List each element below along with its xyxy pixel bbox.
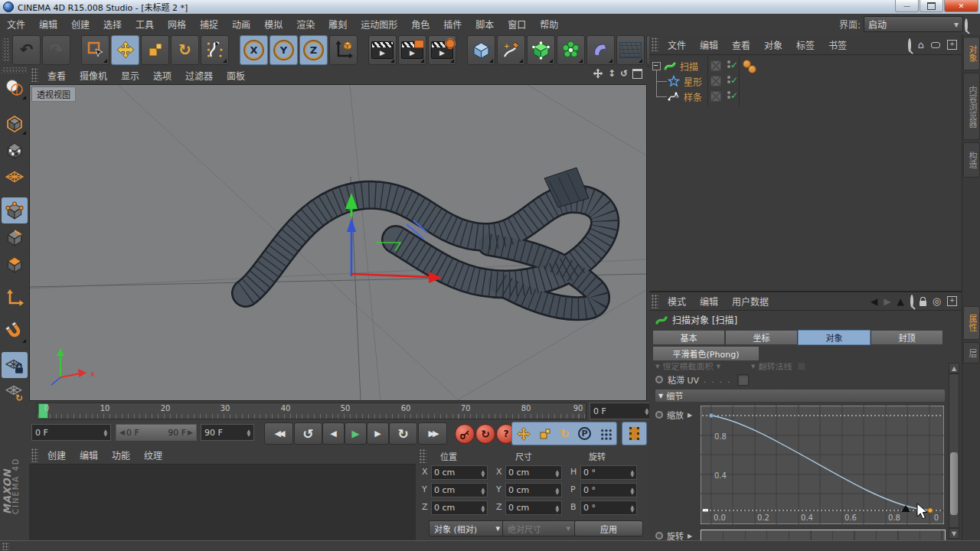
menu-snap[interactable]: 捕捉: [193, 18, 225, 31]
side-tab-objects[interactable]: 对象: [963, 37, 980, 70]
om-menu-object[interactable]: 对象: [757, 38, 789, 51]
add-environment-button[interactable]: [616, 35, 645, 65]
goto-end-button[interactable]: ▶▶: [418, 422, 447, 445]
menu-create[interactable]: 创建: [64, 18, 96, 31]
menu-simulate[interactable]: 模拟: [257, 18, 289, 31]
polygons-mode-button[interactable]: [2, 251, 28, 277]
tab-coordinates[interactable]: 坐标: [725, 330, 798, 345]
vp-menu-display[interactable]: 显示: [114, 69, 146, 82]
model-mode-button[interactable]: [2, 110, 28, 136]
maximize-button[interactable]: [920, 0, 943, 12]
vp-menu-view[interactable]: 查看: [41, 69, 73, 82]
live-selection-button[interactable]: [81, 35, 109, 65]
mat-menu-create[interactable]: 创建: [41, 448, 73, 461]
details-section-header[interactable]: ▼ 细节: [655, 390, 945, 402]
enable-check[interactable]: ✓: [730, 60, 738, 70]
snap-magnet-button[interactable]: [2, 318, 28, 344]
rot-h-field[interactable]: 0 °▲▼: [580, 465, 637, 480]
toggle-view-icon[interactable]: [632, 69, 642, 79]
add-spline-button[interactable]: +: [497, 35, 525, 65]
render-settings-button[interactable]: ▶: [428, 35, 456, 65]
rotation-curve-graph[interactable]: [701, 530, 946, 540]
edges-mode-button[interactable]: [2, 224, 28, 250]
am-menu-mode[interactable]: 模式: [661, 295, 693, 308]
am-menu-edit[interactable]: 编辑: [693, 295, 725, 308]
play-button[interactable]: ▶: [345, 422, 367, 445]
menu-mesh[interactable]: 网格: [161, 18, 193, 31]
toolbar-grip[interactable]: [2, 38, 9, 61]
axis-mode-button[interactable]: [2, 285, 28, 311]
current-frame-field[interactable]: 0 F ▲▼: [590, 403, 652, 419]
search-icon[interactable]: [965, 20, 968, 31]
am-grip[interactable]: [652, 295, 658, 308]
object-name[interactable]: 样条: [684, 90, 702, 103]
pos-x-field[interactable]: 0 cm▲▼: [431, 465, 488, 480]
next-frame-button[interactable]: ▶: [367, 422, 389, 445]
layer-square[interactable]: [710, 60, 721, 71]
timeline-window-button[interactable]: [622, 422, 647, 445]
key-scale-toggle[interactable]: [539, 428, 551, 440]
curve-point-end[interactable]: [928, 508, 933, 513]
om-menu-file[interactable]: 文件: [661, 38, 693, 51]
size-z-field[interactable]: 0 cm▲▼: [505, 500, 562, 515]
apply-button[interactable]: 应用: [574, 520, 643, 536]
anim-dot-icon[interactable]: [655, 411, 663, 419]
menu-render[interactable]: 渲染: [289, 18, 322, 31]
rot-b-field[interactable]: 0 °▲▼: [580, 500, 637, 515]
curve-left-handle[interactable]: [703, 509, 708, 512]
autokey-button[interactable]: ↻: [475, 424, 495, 444]
om-menu-tags[interactable]: 标签: [789, 38, 822, 51]
material-menu-grip[interactable]: [31, 448, 38, 462]
goto-start-button[interactable]: ◀◀: [264, 422, 293, 445]
scroll-up-button[interactable]: ▲: [949, 363, 959, 373]
lock-z-axis-button[interactable]: Z: [299, 35, 328, 65]
object-name[interactable]: 星形: [684, 75, 702, 88]
start-frame-field[interactable]: 0 F ▲▼: [31, 424, 111, 441]
flip-normals-checkbox[interactable]: [796, 363, 805, 370]
add-primitive-button[interactable]: [467, 35, 495, 65]
add-generator-button[interactable]: [527, 35, 555, 65]
mat-menu-function[interactable]: 功能: [105, 448, 137, 461]
mode-toolbar-grip[interactable]: [2, 67, 28, 73]
menu-animate[interactable]: 动画: [225, 18, 257, 31]
undo-button[interactable]: ↶: [12, 35, 41, 65]
zoom-view-icon[interactable]: ↕: [608, 68, 616, 79]
menu-select[interactable]: 选择: [96, 18, 129, 31]
am-search-icon[interactable]: [910, 296, 913, 306]
size-mode-dropdown[interactable]: 绝对尺寸▾: [502, 520, 576, 536]
om-grip[interactable]: [652, 37, 658, 51]
scale-label[interactable]: 缩放: [667, 409, 684, 421]
constant-cross-section-label[interactable]: 恒定横截面积: [663, 363, 714, 372]
menu-tools[interactable]: 工具: [129, 18, 161, 31]
status-grip[interactable]: [2, 543, 9, 550]
redo-button[interactable]: ↷: [42, 35, 70, 65]
viewport-canvas[interactable]: x: [30, 85, 646, 400]
menu-help[interactable]: 帮助: [533, 18, 565, 31]
align-workplane-button[interactable]: ↻: [2, 379, 28, 405]
layer-square[interactable]: [710, 91, 721, 102]
am-menu-userdata[interactable]: 用户数据: [725, 295, 776, 308]
flip-normals-label[interactable]: 翻转法线: [759, 363, 792, 372]
collapse-toggle[interactable]: [652, 62, 661, 70]
coordinate-system-button[interactable]: [329, 35, 358, 65]
lock-y-axis-button[interactable]: Y: [270, 35, 298, 65]
next-key-button[interactable]: ↻: [389, 422, 417, 445]
menu-script[interactable]: 脚本: [469, 18, 501, 31]
view-label[interactable]: 透视视图: [31, 86, 76, 102]
coords-grip[interactable]: [420, 449, 426, 463]
scale-tool-button[interactable]: [141, 35, 169, 65]
om-menu-bookmarks[interactable]: 书签: [822, 38, 854, 51]
make-editable-button[interactable]: [2, 75, 28, 101]
pan-view-icon[interactable]: [593, 68, 603, 79]
object-row-sweep[interactable]: 扫描: [652, 58, 959, 73]
timeline-ruler[interactable]: 0 10 20 30 40 50 60 70 80 90 0 F ▲▼: [29, 401, 647, 420]
menu-edit[interactable]: 编辑: [32, 18, 64, 31]
tag-dot[interactable]: [748, 65, 756, 73]
menu-mograph[interactable]: 运动图形: [354, 18, 404, 31]
lock-x-axis-button[interactable]: X: [240, 35, 268, 65]
tab-basic[interactable]: 基本: [652, 330, 725, 345]
vp-menu-camera[interactable]: 摄像机: [73, 69, 114, 82]
menu-sculpt[interactable]: 雕刻: [322, 18, 354, 31]
side-tab-structure[interactable]: 构造: [963, 142, 980, 178]
tab-caps[interactable]: 封顶: [871, 330, 943, 345]
